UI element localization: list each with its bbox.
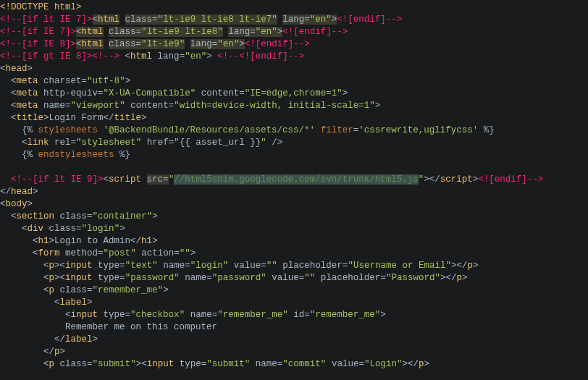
line-1: <!DOCTYPE html> (0, 2, 82, 12)
line-16: <body> (0, 199, 33, 209)
line-13: {% endstylesheets %} (0, 150, 130, 160)
line-26: Remember me on this computer (0, 322, 217, 332)
line-25: <input type="checkbox" name="remember_me… (0, 310, 386, 320)
line-19: <h1>Login to Admin</h1> (0, 236, 158, 246)
line-15: </head> (0, 187, 38, 197)
line-14: <!--[if lt IE 9]><script src="//html5shi… (0, 174, 543, 185)
line-21: <p><input type="text" name="login" value… (0, 261, 479, 271)
line-28: </p> (0, 347, 65, 357)
line-5: <!--[if gt IE 8]><!--> <html lang="en"> … (0, 51, 304, 62)
line-27: </label> (0, 334, 98, 345)
line-11: {% stylesheets '@BackendBundle/Resources… (0, 125, 495, 135)
line-3: <!--[if IE 7]><html class="lt-ie9 lt-ie8… (0, 27, 348, 37)
line-4: <!--[if IE 8]><html class="lt-ie9" lang=… (0, 39, 310, 49)
line-22: <p><input type="password" name="password… (0, 273, 467, 283)
line-18: <div class="login"> (0, 224, 125, 234)
line-8: <meta http-equiv="X-UA-Compatible" conte… (0, 88, 348, 98)
line-12: <link rel="stylesheet" href="{{ asset_ur… (0, 138, 282, 148)
code-editor[interactable]: <!DOCTYPE html> <!--[if lt IE 7]><html c… (0, 0, 588, 371)
line-10: <title>Login Form</title> (0, 113, 147, 123)
line-7: <meta charset="utf-8"> (0, 76, 130, 86)
line-29: <p class="submit"><input type="submit" n… (0, 359, 429, 369)
line-20: <form method="post" action=""> (0, 248, 196, 258)
line-9: <meta name="viewport" content="width=dev… (0, 101, 380, 111)
line-17: <section class="container"> (0, 211, 158, 221)
line-6: <head> (0, 64, 33, 74)
line-2: <!--[if lt IE 7]><html class="lt-ie9 lt-… (0, 14, 402, 25)
line-23: <p class="remember_me"> (0, 285, 169, 295)
line-24: <label> (0, 297, 93, 308)
